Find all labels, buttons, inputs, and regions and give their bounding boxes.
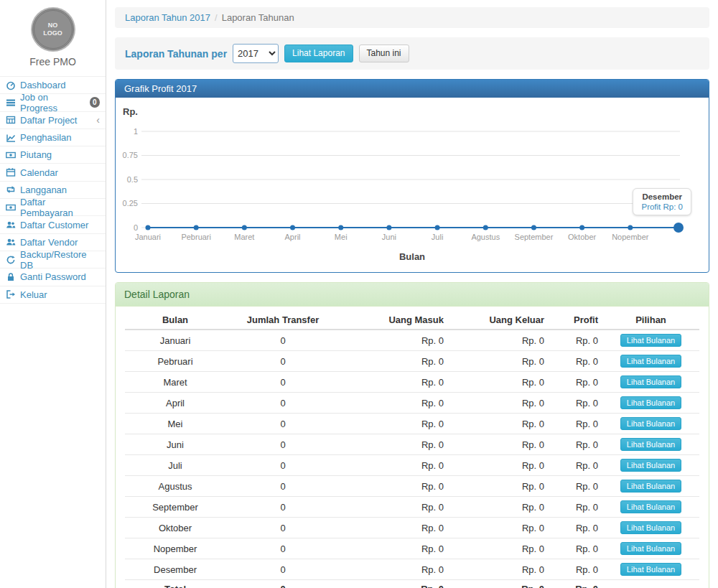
sidebar-item-daftar-customer[interactable]: Daftar Customer [0, 216, 106, 233]
cell-pilihan: Lihat Bulanan [602, 497, 699, 518]
svg-text:Januari: Januari [135, 233, 161, 241]
sidebar-item-label: Daftar Pembayaran [20, 197, 100, 218]
cell-keluar: Rp. 0 [448, 455, 549, 476]
cell-transfer: 0 [225, 330, 340, 351]
sidebar-item-calendar[interactable]: Calendar [0, 164, 106, 181]
lihat-bulanan-button[interactable]: Lihat Bulanan [620, 521, 681, 534]
cell-profit: Rp. 0 [549, 497, 602, 518]
profit-chart-panel: Grafik Profit 2017 Rp. 00.250.50.751Janu… [115, 79, 709, 273]
lihat-bulanan-button[interactable]: Lihat Bulanan [620, 396, 681, 409]
svg-text:1: 1 [134, 127, 138, 136]
cell-profit: Rp. 0 [549, 372, 602, 393]
cell-pilihan: Lihat Bulanan [602, 393, 699, 414]
cell-profit: Rp. 0 [549, 393, 602, 414]
sidebar-item-backup-restore-db[interactable]: Backup/Restore DB [0, 251, 106, 269]
lihat-bulanan-button[interactable]: Lihat Bulanan [620, 563, 681, 576]
col-pilihan: Pilihan [602, 311, 699, 330]
col-uang-masuk: Uang Masuk [340, 311, 448, 330]
sidebar-item-label: Daftar Customer [20, 220, 100, 230]
svg-text:Pebruari: Pebruari [181, 233, 211, 241]
lock-icon [6, 272, 17, 281]
cell-bulan: Desember [125, 559, 225, 580]
cell-masuk: Rp. 0 [340, 393, 448, 414]
sidebar-item-keluar[interactable]: Keluar [0, 286, 106, 304]
lihat-bulanan-button[interactable]: Lihat Bulanan [620, 355, 681, 368]
year-select[interactable]: 2017 [233, 44, 279, 63]
lihat-bulanan-button[interactable]: Lihat Bulanan [620, 542, 681, 555]
lihat-laporan-button[interactable]: Lihat Laporan [284, 45, 353, 62]
cell-bulan: Maret [125, 372, 225, 393]
tooltip-value: Profit Rp: 0 [641, 202, 683, 211]
table-row: Desember0Rp. 0Rp. 0Rp. 0Lihat Bulanan [125, 559, 699, 580]
cell-bulan: Pebruari [125, 351, 225, 372]
sidebar-item-label: Backup/Restore DB [20, 249, 100, 271]
total-uang-keluar: Rp. 0 [448, 580, 549, 588]
sidebar-item-penghasilan[interactable]: Penghasilan [0, 129, 106, 146]
cell-masuk: Rp. 0 [340, 538, 448, 559]
lihat-bulanan-button[interactable]: Lihat Bulanan [620, 500, 681, 513]
calendar-icon [6, 168, 17, 177]
sidebar-item-label: Penghasilan [20, 132, 100, 143]
total-empty-cell [602, 580, 699, 588]
cell-masuk: Rp. 0 [340, 351, 448, 372]
sidebar-item-label: Daftar Vendor [20, 237, 100, 248]
breadcrumb-current: Laporan Tahunan [222, 12, 294, 23]
cell-masuk: Rp. 0 [340, 455, 448, 476]
filter-label: Laporan Tahunan per [125, 48, 227, 60]
cell-transfer: 0 [225, 414, 340, 434]
cell-bulan: Januari [125, 330, 225, 351]
no-logo-text: NO LOGO [43, 22, 62, 38]
no-logo-badge: NO LOGO [32, 9, 74, 50]
sidebar-item-label: Dashboard [20, 80, 100, 90]
lihat-bulanan-button[interactable]: Lihat Bulanan [620, 375, 681, 388]
detail-laporan-panel: Detail Laporan Bulan Jumlah Transfer Uan… [115, 282, 709, 588]
cell-bulan: April [125, 393, 225, 414]
sidebar-item-label: Ganti Password [20, 271, 100, 282]
sidebar-item-daftar-pembayaran[interactable]: Daftar Pembayaran [0, 199, 106, 216]
col-jumlah-transfer: Jumlah Transfer [225, 311, 340, 330]
sidebar-item-label: Piutang [20, 149, 100, 160]
table-row: Nopember0Rp. 0Rp. 0Rp. 0Lihat Bulanan [125, 538, 699, 559]
sidebar-item-job-on-progress[interactable]: Job on Progress 0 [0, 94, 106, 111]
svg-text:Oktober: Oktober [568, 233, 596, 241]
cell-pilihan: Lihat Bulanan [602, 476, 699, 497]
cell-profit: Rp. 0 [549, 434, 602, 455]
cell-bulan: Agustus [125, 476, 225, 497]
cell-transfer: 0 [225, 476, 340, 497]
cell-bulan: Juli [125, 455, 225, 476]
cell-pilihan: Lihat Bulanan [602, 518, 699, 538]
lihat-bulanan-button[interactable]: Lihat Bulanan [620, 438, 681, 451]
sign-out-icon [6, 290, 17, 299]
cell-transfer: 0 [225, 372, 340, 393]
logo-box: NO LOGO Free PMO [0, 0, 106, 76]
lihat-bulanan-button[interactable]: Lihat Bulanan [620, 459, 681, 472]
table-row: Oktober0Rp. 0Rp. 0Rp. 0Lihat Bulanan [125, 518, 699, 538]
lihat-bulanan-button[interactable]: Lihat Bulanan [620, 417, 681, 430]
sidebar-item-ganti-password[interactable]: Ganti Password [0, 269, 106, 286]
cell-profit: Rp. 0 [549, 330, 602, 351]
total-profit: Rp. 0 [549, 580, 602, 588]
sidebar-item-label: Keluar [20, 289, 100, 300]
cell-masuk: Rp. 0 [340, 372, 448, 393]
sidebar-item-daftar-project[interactable]: Daftar Project ‹ [0, 112, 106, 129]
cell-keluar: Rp. 0 [448, 518, 549, 538]
chart-body: Rp. 00.250.50.751JanuariPebruariMaretApr… [116, 98, 709, 272]
job-count-badge: 0 [90, 97, 101, 108]
sidebar-item-piutang[interactable]: Piutang [0, 146, 106, 164]
breadcrumb-link-laporan-tahun[interactable]: Laporan Tahun 2017 [125, 12, 210, 23]
cell-pilihan: Lihat Bulanan [602, 330, 699, 351]
lihat-bulanan-button[interactable]: Lihat Bulanan [620, 480, 681, 493]
cell-profit: Rp. 0 [549, 476, 602, 497]
users-icon [6, 238, 17, 247]
cell-keluar: Rp. 0 [448, 497, 549, 518]
total-transfer: 0 [225, 580, 340, 588]
cell-pilihan: Lihat Bulanan [602, 455, 699, 476]
breadcrumb-separator: / [215, 12, 218, 23]
cell-keluar: Rp. 0 [448, 559, 549, 580]
tahun-ini-button[interactable]: Tahun ini [359, 45, 409, 62]
lihat-bulanan-button[interactable]: Lihat Bulanan [620, 334, 681, 347]
detail-panel-title: Detail Laporan [116, 283, 709, 307]
cell-bulan: September [125, 497, 225, 518]
total-uang-masuk: Rp. 0 [340, 580, 448, 588]
svg-text:September: September [515, 233, 554, 241]
